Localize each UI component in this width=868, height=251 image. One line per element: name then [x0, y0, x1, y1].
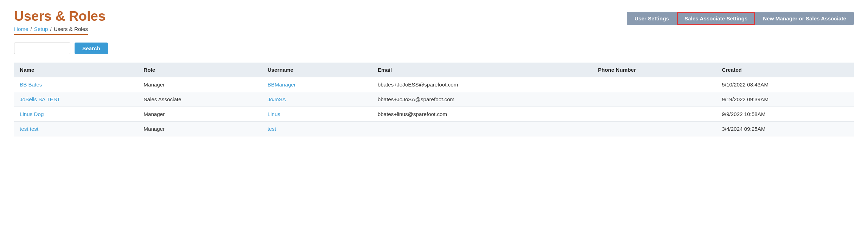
- users-table: Name Role Username Email Phone Number Cr…: [14, 63, 854, 136]
- cell-role: Sales Associate: [138, 92, 262, 107]
- user-name-link[interactable]: test test: [20, 126, 38, 132]
- table-row: Linus DogManagerLinusbbates+linus@sparef…: [14, 107, 854, 122]
- user-name-link[interactable]: Linus Dog: [20, 111, 44, 117]
- breadcrumb: Home / Setup / Users & Roles: [14, 26, 88, 35]
- col-header-email: Email: [372, 63, 592, 77]
- cell-phone: [592, 92, 716, 107]
- user-username-link[interactable]: JoJoSA: [268, 96, 286, 102]
- cell-role: Manager: [138, 122, 262, 136]
- cell-email: bbates+JoJoESS@sparefoot.com: [372, 77, 592, 92]
- user-name-link[interactable]: JoSells SA TEST: [20, 96, 60, 102]
- breadcrumb-sep-1: /: [31, 26, 32, 32]
- col-header-name: Name: [14, 63, 138, 77]
- action-buttons: User Settings Sales Associate Settings N…: [627, 12, 854, 25]
- breadcrumb-setup[interactable]: Setup: [34, 26, 48, 32]
- search-row: Search: [14, 43, 854, 54]
- cell-phone: [592, 122, 716, 136]
- user-username-link[interactable]: test: [268, 126, 276, 132]
- table-header-row: Name Role Username Email Phone Number Cr…: [14, 63, 854, 77]
- user-settings-button[interactable]: User Settings: [627, 12, 677, 25]
- cell-phone: [592, 107, 716, 122]
- user-name-link[interactable]: BB Bates: [20, 82, 42, 88]
- page-title: Users & Roles: [14, 8, 627, 24]
- user-username-link[interactable]: Linus: [268, 111, 280, 117]
- sales-associate-settings-button[interactable]: Sales Associate Settings: [677, 12, 755, 25]
- cell-created: 3/4/2024 09:25AM: [716, 122, 854, 136]
- breadcrumb-home[interactable]: Home: [14, 26, 28, 32]
- breadcrumb-sep-2: /: [50, 26, 51, 32]
- cell-created: 5/10/2022 08:43AM: [716, 77, 854, 92]
- cell-email: bbates+linus@sparefoot.com: [372, 107, 592, 122]
- cell-created: 9/19/2022 09:39AM: [716, 92, 854, 107]
- col-header-username: Username: [262, 63, 372, 77]
- col-header-role: Role: [138, 63, 262, 77]
- table-row: JoSells SA TESTSales AssociateJoJoSAbbat…: [14, 92, 854, 107]
- cell-email: [372, 122, 592, 136]
- cell-created: 9/9/2022 10:58AM: [716, 107, 854, 122]
- col-header-phone: Phone Number: [592, 63, 716, 77]
- search-input[interactable]: [14, 43, 70, 54]
- col-header-created: Created: [716, 63, 854, 77]
- new-manager-button[interactable]: New Manager or Sales Associate: [755, 12, 854, 25]
- breadcrumb-current: Users & Roles: [54, 26, 88, 32]
- table-row: BB BatesManagerBBManagerbbates+JoJoESS@s…: [14, 77, 854, 92]
- search-button[interactable]: Search: [75, 43, 108, 54]
- cell-email: bbates+JoJoSA@sparefoot.com: [372, 92, 592, 107]
- cell-role: Manager: [138, 77, 262, 92]
- cell-phone: [592, 77, 716, 92]
- user-username-link[interactable]: BBManager: [268, 82, 296, 88]
- cell-role: Manager: [138, 107, 262, 122]
- table-row: test testManagertest3/4/2024 09:25AM: [14, 122, 854, 136]
